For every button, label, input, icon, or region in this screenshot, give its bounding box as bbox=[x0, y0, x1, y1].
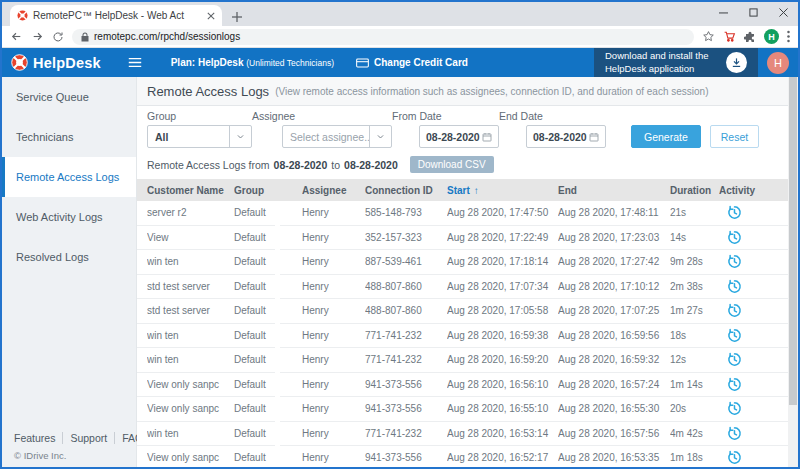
hamburger-menu-icon[interactable] bbox=[128, 57, 142, 68]
sidebar-item-resolved-logs[interactable]: Resolved Logs bbox=[2, 237, 136, 277]
footer-link-support[interactable]: Support bbox=[63, 432, 115, 444]
cell-start: Aug 28 2020, 16:56:10 bbox=[447, 379, 558, 390]
change-credit-card-button[interactable]: Change Credit Card bbox=[356, 57, 468, 68]
cell-start: Aug 28 2020, 16:59:38 bbox=[447, 330, 558, 341]
cell-group: Default bbox=[234, 256, 302, 267]
cell-end: Aug 28 2020, 17:07:25 bbox=[558, 305, 670, 316]
address-bar[interactable]: remotepc.com/rpchd/sessionlogs bbox=[72, 29, 694, 45]
scrollbar-thumb[interactable] bbox=[789, 77, 797, 405]
activity-history-icon[interactable] bbox=[719, 230, 761, 245]
column-header-customer-name[interactable]: Customer Name bbox=[147, 185, 234, 196]
browser-menu-icon[interactable] bbox=[787, 30, 790, 43]
sidebar-item-web-activity-logs[interactable]: Web Activity Logs bbox=[2, 197, 136, 237]
cell-assignee: Henry bbox=[302, 452, 365, 463]
summary-from-date: 08-28-2020 bbox=[270, 159, 332, 171]
cart-extension-icon[interactable] bbox=[723, 30, 736, 43]
column-header-start[interactable]: Start↑ bbox=[447, 185, 558, 196]
table-row: std test serverDefaultHenry488-807-860Au… bbox=[137, 275, 788, 300]
activity-history-icon[interactable] bbox=[719, 205, 761, 220]
cell-assignee: Henry bbox=[302, 256, 365, 267]
cell-customer-name: std test server bbox=[147, 305, 234, 316]
from-date-input[interactable]: 08-28-2020 bbox=[419, 125, 499, 148]
column-header-group[interactable]: Group bbox=[234, 185, 302, 196]
window-close-button[interactable] bbox=[768, 2, 798, 23]
assignee-select[interactable]: Select assignee... bbox=[282, 125, 392, 148]
activity-history-icon[interactable] bbox=[719, 279, 761, 294]
cell-duration: 1m 14s bbox=[670, 379, 719, 390]
cell-start: Aug 28 2020, 17:07:34 bbox=[447, 281, 558, 292]
cell-group: Default bbox=[234, 207, 302, 218]
activity-history-icon[interactable] bbox=[719, 328, 761, 343]
download-icon[interactable] bbox=[726, 52, 747, 73]
cell-end: Aug 28 2020, 16:53:35 bbox=[558, 452, 670, 463]
column-header-end[interactable]: End bbox=[558, 185, 670, 196]
cell-connection-id: 941-373-556 bbox=[365, 403, 447, 414]
activity-history-icon[interactable] bbox=[719, 450, 761, 465]
reset-button[interactable]: Reset bbox=[710, 125, 759, 148]
cell-end: Aug 28 2020, 17:23:03 bbox=[558, 232, 670, 243]
cell-assignee: Henry bbox=[302, 232, 365, 243]
vertical-scrollbar[interactable] bbox=[788, 77, 798, 467]
bookmark-star-icon[interactable] bbox=[702, 30, 715, 43]
table-row: win tenDefaultHenry887-539-461Aug 28 202… bbox=[137, 250, 788, 275]
column-header-assignee[interactable]: Assignee bbox=[302, 185, 365, 196]
activity-history-icon[interactable] bbox=[719, 401, 761, 416]
browser-tab-strip: RemotePC™ HelpDesk - Web Act bbox=[2, 2, 798, 26]
cell-assignee: Henry bbox=[302, 354, 365, 365]
group-select[interactable]: All bbox=[147, 125, 252, 148]
cell-connection-id: 771-741-232 bbox=[365, 330, 447, 341]
sidebar-item-technicians[interactable]: Technicians bbox=[2, 117, 136, 157]
column-header-duration[interactable]: Duration bbox=[670, 185, 719, 196]
cell-group: Default bbox=[234, 232, 302, 243]
cell-group: Default bbox=[234, 403, 302, 414]
footer-link-features[interactable]: Features bbox=[14, 432, 63, 444]
new-tab-button[interactable] bbox=[232, 12, 242, 22]
download-csv-button[interactable]: Download CSV bbox=[410, 156, 494, 173]
activity-history-icon[interactable] bbox=[719, 254, 761, 269]
url-text: remotepc.com/rpchd/sessionlogs bbox=[94, 31, 240, 42]
activity-history-icon[interactable] bbox=[719, 377, 761, 392]
cell-connection-id: 488-807-860 bbox=[365, 281, 447, 292]
tab-close-icon[interactable] bbox=[207, 12, 215, 20]
activity-history-icon[interactable] bbox=[719, 303, 761, 318]
tab-title: RemotePC™ HelpDesk - Web Act bbox=[33, 10, 202, 21]
browser-tab[interactable]: RemotePC™ HelpDesk - Web Act bbox=[10, 5, 222, 26]
group-label: Group bbox=[147, 110, 252, 122]
window-minimize-button[interactable] bbox=[708, 2, 738, 23]
cell-customer-name: win ten bbox=[147, 428, 234, 439]
sidebar-item-service-queue[interactable]: Service Queue bbox=[2, 77, 136, 117]
cell-duration: 14s bbox=[670, 232, 719, 243]
cell-customer-name: win ten bbox=[147, 330, 234, 341]
sidebar-item-remote-access-logs[interactable]: Remote Access Logs bbox=[2, 157, 136, 197]
user-avatar[interactable]: H bbox=[767, 52, 789, 74]
cell-group: Default bbox=[234, 452, 302, 463]
table-body: server r2DefaultHenry585-148-793Aug 28 2… bbox=[137, 201, 788, 467]
download-app-text: Download and install the HelpDesk applic… bbox=[605, 50, 717, 75]
group-select-value: All bbox=[148, 131, 229, 143]
extensions-puzzle-icon[interactable] bbox=[744, 31, 756, 43]
download-app-panel[interactable]: Download and install the HelpDesk applic… bbox=[594, 48, 758, 77]
back-icon[interactable] bbox=[10, 30, 23, 43]
browser-toolbar: remotepc.com/rpchd/sessionlogs H bbox=[2, 26, 798, 48]
refresh-icon[interactable] bbox=[52, 31, 64, 43]
plan-note: (Unlimited Technicians) bbox=[246, 58, 334, 68]
window-maximize-button[interactable] bbox=[738, 2, 768, 23]
column-header-connection-id[interactable]: Connection ID bbox=[365, 185, 447, 196]
forward-icon[interactable] bbox=[31, 30, 44, 43]
logo-text: HelpDesk bbox=[33, 55, 101, 71]
cell-group: Default bbox=[234, 281, 302, 292]
credit-card-icon bbox=[356, 58, 369, 68]
copyright-text: © IDrive Inc. bbox=[14, 450, 155, 461]
generate-button[interactable]: Generate bbox=[631, 125, 701, 148]
chevron-down-icon bbox=[229, 126, 251, 147]
lock-icon bbox=[81, 32, 89, 42]
activity-history-icon[interactable] bbox=[719, 352, 761, 367]
cell-connection-id: 488-807-860 bbox=[365, 305, 447, 316]
cell-group: Default bbox=[234, 379, 302, 390]
activity-history-icon[interactable] bbox=[719, 426, 761, 441]
cell-customer-name: win ten bbox=[147, 354, 234, 365]
calendar-icon bbox=[589, 132, 599, 142]
browser-profile-avatar[interactable]: H bbox=[764, 29, 779, 44]
end-date-input[interactable]: 08-28-2020 bbox=[526, 125, 606, 148]
table-row: View only sanpcDefaultHenry941-373-556Au… bbox=[137, 397, 788, 422]
